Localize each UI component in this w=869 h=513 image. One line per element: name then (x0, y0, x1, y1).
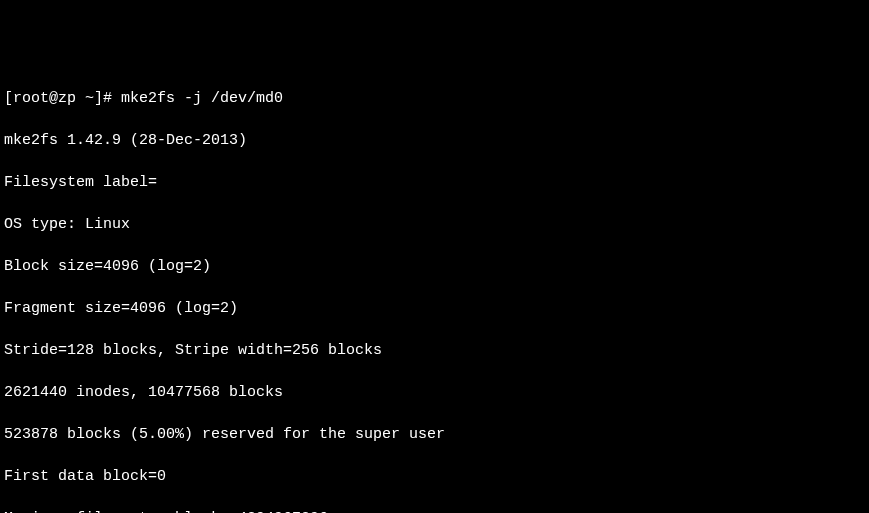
output-line: OS type: Linux (4, 214, 865, 235)
output-line: First data block=0 (4, 466, 865, 487)
command-line: [root@zp ~]# mke2fs -j /dev/md0 (4, 88, 865, 109)
output-line: 523878 blocks (5.00%) reserved for the s… (4, 424, 865, 445)
output-line: mke2fs 1.42.9 (28-Dec-2013) (4, 130, 865, 151)
shell-prompt: [root@zp ~]# (4, 90, 121, 107)
output-line: Maximum filesystem blocks=4294967296 (4, 508, 865, 513)
command-text: mke2fs -j /dev/md0 (121, 90, 283, 107)
output-line: Fragment size=4096 (log=2) (4, 298, 865, 319)
output-line: 2621440 inodes, 10477568 blocks (4, 382, 865, 403)
output-line: Filesystem label= (4, 172, 865, 193)
output-line: Block size=4096 (log=2) (4, 256, 865, 277)
output-line: Stride=128 blocks, Stripe width=256 bloc… (4, 340, 865, 361)
